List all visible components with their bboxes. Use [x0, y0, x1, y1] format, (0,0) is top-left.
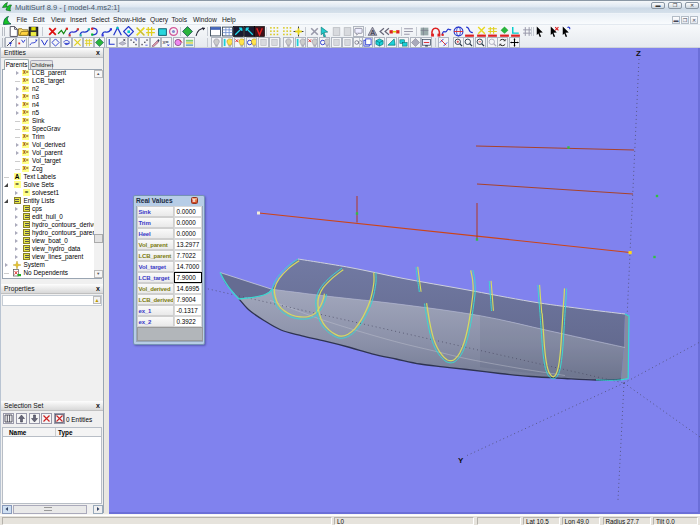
svg-text:Y: Y [458, 456, 464, 465]
svg-text:x=: x= [163, 39, 170, 45]
svg-text:Z: Z [636, 49, 641, 58]
svg-text:A: A [371, 29, 376, 36]
